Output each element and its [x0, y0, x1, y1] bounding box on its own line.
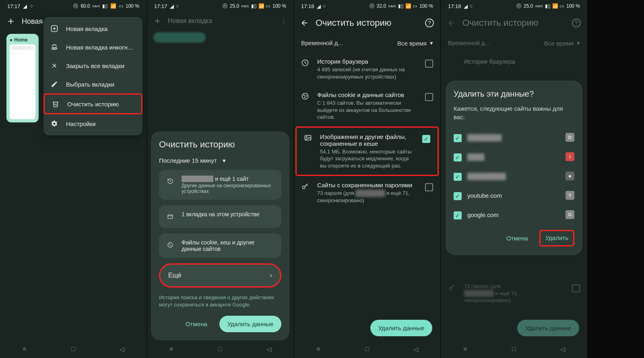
nav-back[interactable]: ◁	[117, 344, 127, 354]
nav-menu[interactable]: ≡	[167, 344, 176, 354]
menu-item-label: Закрыть все вкладки	[66, 62, 124, 69]
back-icon[interactable]	[300, 19, 309, 27]
screen-3-detail: 17:18◢ ⁘ ⓝ32.0KB/S▮▯ 📶 ▭100 % Очистить и…	[294, 0, 441, 358]
tab-preview: — —	[10, 44, 35, 119]
menu-incognito[interactable]: Новая вкладка инкогн...	[43, 38, 142, 56]
site-name: google.com	[467, 211, 499, 218]
site-checkbox[interactable]: ✓	[454, 153, 462, 161]
battery-icon: ▭	[119, 3, 123, 9]
speed-unit: KB/S	[93, 4, 100, 8]
wifi-icon: 📶	[110, 3, 116, 9]
card-sub: Другие данные на синхронизированных устр…	[182, 183, 276, 194]
nav-home[interactable]: □	[362, 344, 372, 354]
add-tab-icon[interactable]	[153, 17, 161, 25]
menu-item-label: Новая вкладка	[66, 25, 107, 32]
cookie-icon	[165, 239, 176, 250]
site-row[interactable]: ✓████I	[454, 147, 574, 166]
nav-menu[interactable]: ≡	[460, 344, 470, 354]
info-text: История поиска и сведения о других дейст…	[159, 294, 281, 308]
signal-icon: ▮▯	[102, 3, 108, 9]
overflow-icon[interactable]: ⋮	[281, 17, 287, 25]
status-time: 17:18	[301, 3, 314, 9]
cookies-cache-card[interactable]: Файлы cookie, кеш и другие данные сайтов	[159, 234, 281, 258]
back-icon	[447, 19, 456, 27]
status-bar: 17:18◢ ⁘ ⓝ25.0KB/S▮▯ 📶 ▭100 %	[441, 0, 587, 12]
item-cached-images[interactable]: Изображения и другие файлы, сохраненные …	[295, 126, 439, 176]
site-row[interactable]: ✓google.comG	[454, 205, 574, 224]
item-passwords[interactable]: Сайты с сохраненными паролями 73 пароля …	[294, 176, 440, 209]
svg-point-6	[55, 48, 57, 50]
time-range-dropdown[interactable]: Последние 15 минут ▾	[159, 157, 281, 164]
menu-clear-history[interactable]: Очистить историю	[43, 93, 142, 114]
checkbox[interactable]	[425, 60, 433, 68]
screen-4-confirm: 17:18◢ ⁘ ⓝ25.0KB/S▮▯ 📶 ▭100 % Очистить и…	[441, 0, 588, 358]
svg-point-21	[306, 95, 307, 96]
site-row[interactable]: ✓youtube.comY	[454, 186, 574, 205]
site-checkbox[interactable]: ✓	[454, 192, 462, 200]
help-icon[interactable]: ?	[425, 19, 434, 27]
site-badge: ■	[566, 172, 574, 180]
cancel-button[interactable]: Отмена	[178, 316, 215, 332]
status-bar: 17:18◢ ⁘ ⓝ32.0KB/S▮▯ 📶 ▭100 %	[294, 0, 440, 12]
time-range-label: Последние 15 минут	[159, 157, 217, 164]
sheet-title: Очистить историю	[159, 139, 281, 150]
key-icon	[301, 182, 311, 190]
redacted-site: ████████	[182, 176, 213, 182]
checkbox[interactable]	[425, 183, 433, 191]
nav-menu[interactable]: ≡	[314, 344, 323, 354]
more-button[interactable]: Ещё ›	[159, 263, 281, 288]
clear-sheet: Очистить историю Последние 15 минут ▾ ██…	[151, 131, 289, 340]
add-tab-icon[interactable]	[6, 17, 15, 26]
site-checkbox[interactable]: ✓	[454, 211, 462, 219]
site-name: ████████	[467, 134, 502, 141]
overflow-menu: Новая вкладка Новая вкладка инкогн... За…	[43, 17, 142, 135]
dialog-delete[interactable]: Удалить	[539, 230, 574, 246]
image-icon	[304, 134, 314, 142]
item-cookies[interactable]: Файлы cookie и данные сайтов С 1 843 сай…	[294, 86, 440, 126]
menu-close-all[interactable]: Закрыть все вкладки	[43, 56, 142, 75]
checkbox[interactable]	[425, 93, 433, 101]
close-icon	[50, 61, 59, 70]
status-bar: 17:17 ◢ ⁘ ⓝ 60.0 KB/S ▮▯ 📶 ▭ 100 %	[0, 0, 147, 12]
dialog-cancel[interactable]: Отмена	[499, 230, 535, 246]
chevron-down-icon: ▾	[430, 39, 433, 47]
site-badge: G	[566, 210, 574, 219]
more-label: Ещё	[168, 272, 182, 279]
site-name: █████████	[467, 173, 506, 180]
key-icon	[448, 284, 458, 292]
menu-new-tab[interactable]: Новая вкладка	[43, 19, 142, 38]
nav-home[interactable]: □	[68, 344, 78, 354]
chevron-down-icon: ▾	[223, 157, 226, 164]
site-checkbox[interactable]: ✓	[454, 134, 462, 142]
clock-icon	[301, 59, 311, 67]
svg-point-14	[168, 242, 173, 247]
item-history[interactable]: История браузера 4 495 записей (не счита…	[294, 52, 440, 86]
screen-1-menu: 17:17 ◢ ⁘ ⓝ 60.0 KB/S ▮▯ 📶 ▭ 100 % Новая…	[0, 0, 147, 358]
nav-back[interactable]: ◁	[411, 344, 421, 354]
menu-settings[interactable]: Настройки	[43, 114, 142, 133]
synced-data-card[interactable]: ████████ и ещё 1 сайт Другие данные на с…	[159, 170, 281, 200]
site-row[interactable]: ✓█████████■	[454, 166, 574, 186]
tab-thumbnail[interactable]: ● Home — —	[6, 34, 39, 122]
delete-data-button[interactable]: Удалить данные	[370, 320, 432, 336]
tabs-device-card[interactable]: 1 вкладка на этом устройстве	[159, 205, 281, 228]
nav-home[interactable]: □	[509, 344, 519, 354]
checkbox-checked[interactable]: ✓	[422, 135, 430, 143]
nav-back[interactable]: ◁	[558, 344, 568, 354]
nav-home[interactable]: □	[215, 344, 225, 354]
nav-back[interactable]: ◁	[264, 344, 274, 354]
page-header-dim: Очистить историю ?	[441, 12, 587, 34]
site-checkbox[interactable]: ✓	[454, 173, 462, 181]
menu-select-tabs[interactable]: Выбрать вкладки	[43, 75, 142, 93]
time-range-row[interactable]: Временной д... Все время▾	[294, 34, 440, 52]
apps-icon: ⁘	[29, 3, 34, 9]
nav-bar: ≡ □ ◁	[147, 340, 293, 358]
site-row[interactable]: ✓████████D	[454, 128, 574, 147]
nav-bar: ≡ □ ◁	[0, 340, 147, 358]
nav-menu[interactable]: ≡	[20, 344, 29, 354]
svg-point-5	[52, 48, 54, 50]
nav-bar: ≡ □ ◁	[294, 340, 440, 358]
site-badge: Y	[566, 191, 574, 200]
svg-point-20	[304, 95, 305, 96]
delete-data-button[interactable]: Удалить данные	[219, 316, 281, 332]
